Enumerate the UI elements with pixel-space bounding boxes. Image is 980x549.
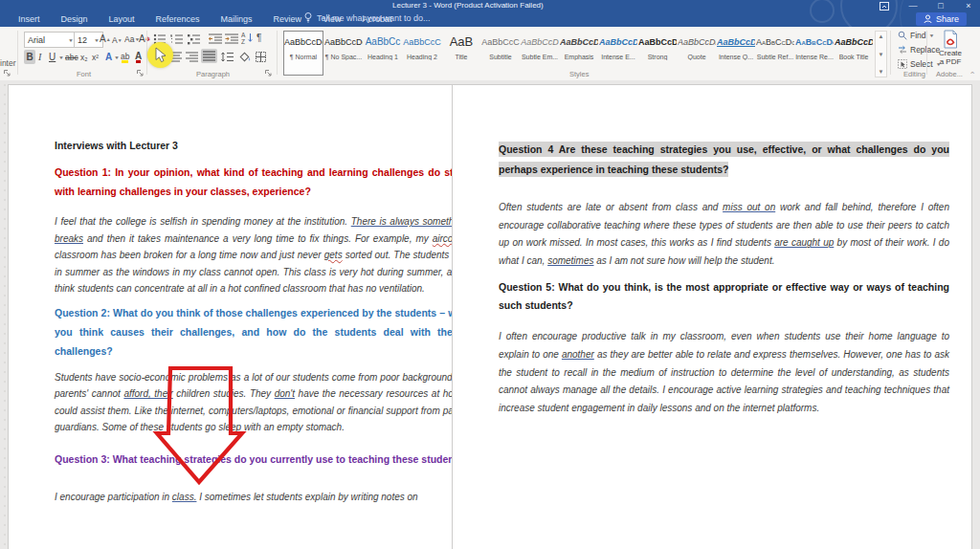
style-card-title[interactable]: AaBTitle: [442, 31, 480, 75]
lightbulb-icon: [304, 12, 312, 23]
line-spacing-button[interactable]: [221, 50, 234, 64]
styles-gallery: AaBbCcDc¶ Normal AaBbCcDc¶ No Spac... Aa…: [283, 31, 873, 76]
document-page-2[interactable]: Question 4 Are these teaching strategies…: [452, 84, 972, 549]
question-2[interactable]: Question 2: What do you think of those c…: [55, 303, 486, 361]
group-separator: [890, 31, 891, 75]
answer-3-partial[interactable]: I encourage participation in class. I so…: [55, 489, 486, 506]
increase-indent-button[interactable]: [225, 32, 238, 46]
style-card-normal[interactable]: AaBbCcDc¶ Normal: [283, 31, 323, 76]
styles-scroll-up-icon[interactable]: ▲: [879, 33, 884, 39]
question-1[interactable]: Question 1: In your opinion, what kind o…: [55, 163, 486, 201]
text-effects-button[interactable]: A: [105, 50, 112, 64]
tab-mailings[interactable]: Mailings: [211, 12, 263, 26]
question-3[interactable]: Question 3: What teaching strategies do …: [55, 450, 486, 469]
styles-more-icon[interactable]: ▼: [879, 69, 884, 75]
tell-me-box[interactable]: Tell me what you want to do...: [304, 12, 431, 23]
adobe-group-label: Adobe...: [936, 70, 963, 78]
superscript-button[interactable]: x²: [92, 50, 99, 64]
mouse-cursor-highlight: [147, 42, 173, 68]
decrease-indent-button[interactable]: [209, 32, 222, 46]
question-4[interactable]: Question 4 Are these teaching strategies…: [499, 140, 949, 180]
restore-button[interactable]: □: [935, 1, 947, 11]
multilevel-list-button[interactable]: [188, 32, 201, 46]
tab-insert[interactable]: Insert: [8, 12, 51, 26]
search-icon: [898, 31, 907, 40]
answer-1[interactable]: I feel that the college is selfish in sp…: [55, 213, 486, 297]
answer-2[interactable]: Students have socio-economic problems as…: [55, 369, 486, 436]
italic-button[interactable]: I: [38, 50, 41, 64]
style-card-intense-reference[interactable]: AaBbCcDcIntense Re...: [795, 31, 834, 75]
create-pdf-button[interactable]: Create a PDF: [930, 30, 970, 76]
align-right-button[interactable]: [186, 50, 198, 64]
style-card-emphasis[interactable]: AaBbCcDiEmphasis: [560, 31, 598, 75]
change-case-button[interactable]: Aa▼: [124, 32, 140, 46]
document-heading[interactable]: Interviews with Lecturer 3: [55, 140, 486, 152]
style-card-quote[interactable]: AaBbCcDiQuote: [678, 31, 716, 75]
style-card-book-title[interactable]: AaBbCcDcBook Title: [835, 31, 873, 75]
style-card-heading2[interactable]: AaBbCcCHeading 2: [403, 31, 441, 75]
underline-dropdown-icon[interactable]: ▼: [58, 55, 64, 60]
show-paragraph-marks-button[interactable]: ¶: [256, 31, 261, 45]
underline-button[interactable]: U: [49, 50, 56, 64]
style-card-no-spacing[interactable]: AaBbCcDc¶ No Spac...: [324, 31, 363, 75]
style-card-subtle-reference[interactable]: AaBbCcDcSubtle Ref...: [756, 31, 794, 75]
question-5[interactable]: Question 5: What do you think, is the mo…: [499, 278, 949, 315]
minimize-button[interactable]: —: [907, 1, 919, 11]
numbering-button[interactable]: [170, 32, 184, 46]
font-color-bar: [136, 60, 141, 63]
tab-references[interactable]: References: [145, 12, 211, 26]
subscript-button[interactable]: x₂: [80, 50, 88, 64]
style-card-intense-emphasis[interactable]: AaBbCcDiIntense E...: [599, 31, 637, 75]
select-cursor-icon: [898, 59, 907, 69]
bold-button[interactable]: B: [24, 50, 35, 64]
paragraph-group-label: Paragraph: [196, 70, 230, 78]
tab-design[interactable]: Design: [51, 12, 99, 26]
share-label: Share: [936, 14, 959, 24]
font-color-button[interactable]: A: [135, 49, 142, 63]
style-card-intense-quote[interactable]: AaBbCcDiIntense Q...: [717, 31, 755, 75]
strikethrough-button[interactable]: abc: [65, 50, 78, 64]
document-area: Interviews with Lecturer 3 Question 1: I…: [0, 80, 980, 549]
tab-layout[interactable]: Layout: [99, 12, 145, 26]
style-card-subtitle[interactable]: AaBbCcCSubtitle: [481, 31, 520, 75]
shrink-font-button[interactable]: A▼: [112, 33, 122, 47]
document-page-1[interactable]: Interviews with Lecturer 3 Question 1: I…: [8, 84, 510, 549]
grow-font-button[interactable]: A▲: [100, 32, 111, 46]
clear-formatting-button[interactable]: A✽: [139, 32, 150, 46]
style-card-strong[interactable]: AaBbCcDcStrong: [638, 31, 677, 75]
styles-gallery-scroll: ▲ ▼ ▼: [875, 31, 887, 77]
close-button[interactable]: ×: [963, 1, 974, 11]
text-effects-dropdown-icon[interactable]: ▼: [114, 55, 120, 60]
share-button[interactable]: Share: [916, 12, 967, 26]
clipboard-dialog-launcher-icon[interactable]: [3, 69, 11, 77]
ribbon-display-options-icon[interactable]: [880, 2, 891, 11]
borders-button[interactable]: [256, 50, 267, 64]
collapse-ribbon-icon[interactable]: ^: [970, 71, 974, 77]
replace-icon: [898, 45, 907, 55]
title-bar: Lecturer 3 - Word (Product Activation Fa…: [0, 0, 980, 27]
font-name-combo[interactable]: Arial▼: [24, 32, 78, 48]
highlight-color-bar: [122, 60, 128, 63]
style-card-heading1[interactable]: AaBbCcHeading 1: [364, 31, 402, 75]
titlebar-decoration: [810, 0, 835, 23]
font-size-value: 12: [78, 35, 87, 45]
text-highlight-button[interactable]: ab: [121, 49, 129, 63]
tell-me-placeholder: Tell me what you want to do...: [317, 13, 431, 23]
font-name-value: Arial: [28, 35, 45, 45]
style-card-subtle-emphasis[interactable]: AaBbCcDSubtle Em...: [521, 31, 559, 75]
find-button[interactable]: Find▼: [898, 31, 935, 40]
shading-button[interactable]: [239, 50, 252, 64]
answer-5[interactable]: I often encourage productive talk in my …: [499, 328, 949, 417]
group-separator: [926, 31, 927, 75]
word-window: Lecturer 3 - Word (Product Activation Fa…: [0, 0, 980, 549]
paragraph-dialog-launcher-icon[interactable]: [264, 69, 273, 77]
red-down-arrow-shape[interactable]: [152, 364, 248, 487]
sort-button[interactable]: AZ: [241, 31, 254, 45]
format-painter-label-partial[interactable]: inter: [0, 55, 16, 70]
justify-button[interactable]: [201, 49, 217, 63]
answer-4[interactable]: Often students are late or absent from c…: [499, 199, 949, 270]
font-dialog-launcher-icon[interactable]: [136, 69, 145, 77]
styles-scroll-down-icon[interactable]: ▼: [879, 52, 884, 57]
svg-text:Z: Z: [241, 38, 245, 44]
group-separator: [17, 31, 18, 75]
